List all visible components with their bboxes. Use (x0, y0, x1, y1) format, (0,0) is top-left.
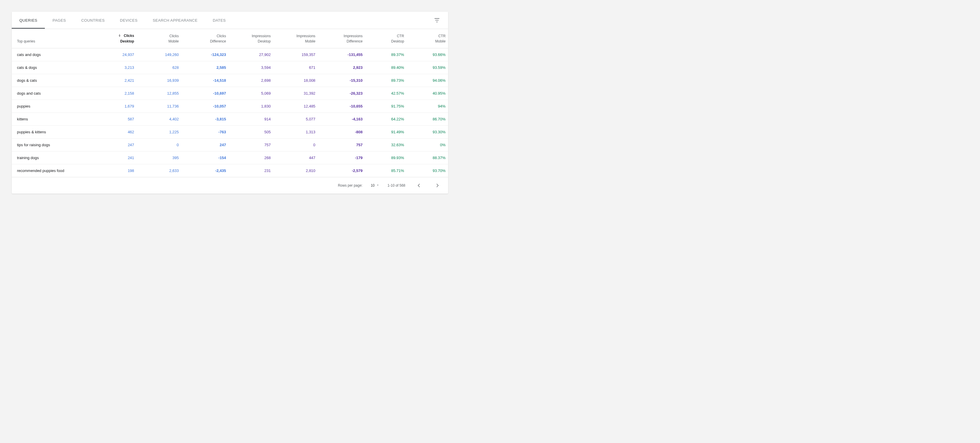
cell-query[interactable]: dogs & cats (12, 74, 95, 87)
rows-per-page-label: Rows per page: (338, 183, 363, 187)
cell-ctr_desktop: 91.75% (368, 100, 409, 113)
tab-pages[interactable]: PAGES (45, 12, 73, 29)
cell-clicks_desktop: 1,679 (95, 100, 139, 113)
cell-clicks_desktop: 24,937 (95, 48, 139, 61)
cell-ctr_mobile: 93.70% (409, 164, 448, 177)
cell-impr_diff: 757 (321, 138, 368, 151)
cell-ctr_desktop: 89.37% (368, 48, 409, 61)
tabs-bar: QUERIESPAGESCOUNTRIESDEVICESSEARCH APPEA… (12, 12, 448, 29)
col-header-impr-diff[interactable]: Impressions Difference (321, 29, 368, 48)
table-scroll[interactable]: Top queries Clicks Desktop Clicks Mobile (12, 29, 448, 177)
cell-impr_diff: -10,655 (321, 100, 368, 113)
col-header-ctr-mobile[interactable]: CTR Mobile (409, 29, 448, 48)
cell-query[interactable]: cats and dogs (12, 48, 95, 61)
cell-clicks_diff: -10,697 (184, 87, 231, 100)
tab-label: DEVICES (120, 18, 137, 22)
table-row[interactable]: recommended puppies food1982,633-2,43523… (12, 164, 448, 177)
rows-per-page-select[interactable]: 10 (371, 183, 379, 187)
cell-clicks_desktop: 462 (95, 125, 139, 138)
cell-ctr_mobile: 0% (409, 138, 448, 151)
cell-query[interactable]: dogs and cats (12, 87, 95, 100)
tab-label: QUERIES (19, 18, 37, 22)
cell-clicks_mobile: 16,939 (140, 74, 184, 87)
tab-devices[interactable]: DEVICES (112, 12, 145, 29)
cell-clicks_mobile: 2,633 (140, 164, 184, 177)
tab-label: PAGES (52, 18, 66, 22)
cell-impr_diff: -808 (321, 125, 368, 138)
cell-clicks_diff: -2,435 (184, 164, 231, 177)
cell-ctr_mobile: 40.95% (409, 87, 448, 100)
col-header-clicks-desktop[interactable]: Clicks Desktop (95, 29, 139, 48)
cell-impr_desktop: 3,594 (231, 61, 276, 74)
cell-ctr_desktop: 89.40% (368, 61, 409, 74)
table-row[interactable]: dogs & cats2,42116,939-14,5182,69818,008… (12, 74, 448, 87)
tab-countries[interactable]: COUNTRIES (73, 12, 112, 29)
cell-ctr_mobile: 93.30% (409, 125, 448, 138)
cell-clicks_mobile: 11,736 (140, 100, 184, 113)
table-row[interactable]: cats & dogs3,2136282,5853,5946712,92389.… (12, 61, 448, 74)
cell-impr_desktop: 231 (231, 164, 276, 177)
cell-query[interactable]: tips for raising dogs (12, 138, 95, 151)
tab-queries[interactable]: QUERIES (12, 12, 45, 29)
cell-ctr_desktop: 64.22% (368, 113, 409, 125)
cell-ctr_desktop: 42.57% (368, 87, 409, 100)
cell-clicks_desktop: 2,158 (95, 87, 139, 100)
cell-impr_diff: -4,163 (321, 113, 368, 125)
next-page-button[interactable] (432, 180, 443, 191)
prev-page-button[interactable] (414, 180, 424, 191)
cell-impr_mobile: 0 (276, 138, 321, 151)
table-row[interactable]: dogs and cats2,15812,855-10,6975,06931,3… (12, 87, 448, 100)
cell-ctr_mobile: 86.70% (409, 113, 448, 125)
col-header-impr-desktop[interactable]: Impressions Desktop (231, 29, 276, 48)
table-row[interactable]: kittens5874,402-3,8159145,077-4,16364.22… (12, 113, 448, 125)
cell-clicks_mobile: 395 (140, 151, 184, 164)
col-header-query[interactable]: Top queries (12, 29, 95, 48)
performance-table-card: QUERIESPAGESCOUNTRIESDEVICESSEARCH APPEA… (12, 12, 448, 194)
cell-ctr_mobile: 93.66% (409, 48, 448, 61)
tab-search-appearance[interactable]: SEARCH APPEARANCE (145, 12, 205, 29)
col-header-clicks-mobile[interactable]: Clicks Mobile (140, 29, 184, 48)
pagination-range: 1-10 of 568 (387, 183, 405, 187)
cell-query[interactable]: recommended puppies food (12, 164, 95, 177)
cell-query[interactable]: training dogs (12, 151, 95, 164)
cell-impr_mobile: 447 (276, 151, 321, 164)
cell-ctr_desktop: 85.71% (368, 164, 409, 177)
cell-query[interactable]: puppies & kittens (12, 125, 95, 138)
cell-ctr_mobile: 94% (409, 100, 448, 113)
cell-query[interactable]: kittens (12, 113, 95, 125)
table-row[interactable]: training dogs241395-154268447-17989.93%8… (12, 151, 448, 164)
chevron-left-icon (416, 183, 422, 188)
col-header-ctr-desktop[interactable]: CTR Desktop (368, 29, 409, 48)
cell-impr_mobile: 12,485 (276, 100, 321, 113)
cell-impr_mobile: 2,810 (276, 164, 321, 177)
col-header-clicks-diff[interactable]: Clicks Difference (184, 29, 231, 48)
table-row[interactable]: puppies1,67911,736-10,0571,83012,485-10,… (12, 100, 448, 113)
cell-clicks_diff: 2,585 (184, 61, 231, 74)
cell-clicks_mobile: 12,855 (140, 87, 184, 100)
filter-icon (434, 17, 440, 23)
table-footer: Rows per page: 10 1-10 of 568 (12, 177, 448, 194)
cell-clicks_desktop: 587 (95, 113, 139, 125)
cell-query[interactable]: cats & dogs (12, 61, 95, 74)
rows-per-page-value: 10 (371, 183, 374, 187)
cell-clicks_mobile: 1,225 (140, 125, 184, 138)
cell-impr_desktop: 27,902 (231, 48, 276, 61)
cell-clicks_mobile: 0 (140, 138, 184, 151)
tab-label: COUNTRIES (81, 18, 105, 22)
cell-clicks_desktop: 198 (95, 164, 139, 177)
filter-button[interactable] (431, 14, 443, 26)
tab-dates[interactable]: DATES (205, 12, 233, 29)
cell-query[interactable]: puppies (12, 100, 95, 113)
cell-impr_desktop: 505 (231, 125, 276, 138)
col-header-impr-mobile[interactable]: Impressions Mobile (276, 29, 321, 48)
cell-ctr_desktop: 91.49% (368, 125, 409, 138)
cell-ctr_desktop: 32.63% (368, 138, 409, 151)
table-row[interactable]: tips for raising dogs2470247757075732.63… (12, 138, 448, 151)
cell-impr_diff: -2,579 (321, 164, 368, 177)
table-row[interactable]: cats and dogs24,937149,260-124,32327,902… (12, 48, 448, 61)
queries-table: Top queries Clicks Desktop Clicks Mobile (12, 29, 448, 177)
cell-impr_diff: -131,455 (321, 48, 368, 61)
table-row[interactable]: puppies & kittens4621,225-7635051,313-80… (12, 125, 448, 138)
cell-impr_diff: -179 (321, 151, 368, 164)
chevron-right-icon (434, 183, 441, 188)
